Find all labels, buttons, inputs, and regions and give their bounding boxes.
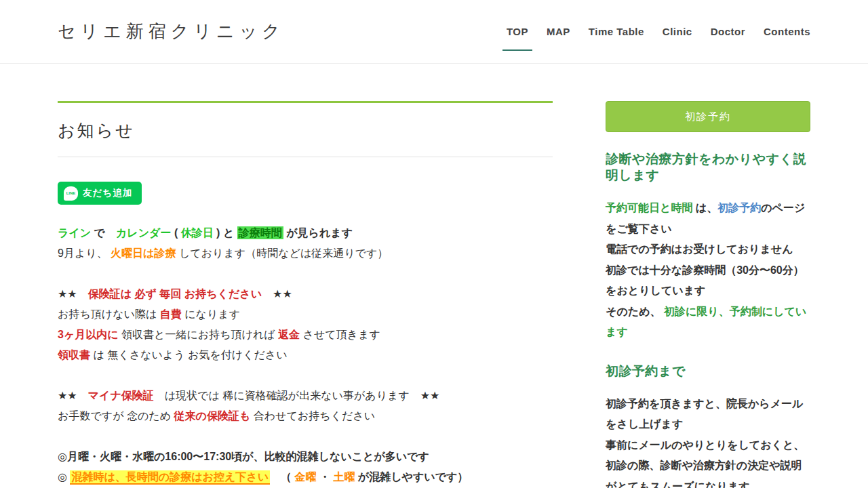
text-segment: 混雑時は、長時間の診療はお控え下さい <box>70 470 270 485</box>
text-segment: ライン <box>58 227 91 239</box>
congestion-info-line: ◎月曜・火曜・水曜の16:00〜17:30頃が、比較的混雑しないことが多いです <box>58 447 553 467</box>
text-segment: ★★ <box>58 288 88 300</box>
sidebar-booking-info: 予約可能日と時間 は、初診予約のページをご覧下さい 電話での予約はお受けしており… <box>606 198 810 343</box>
sidebar-paragraph-duration: 初診では十分な診察時間（30分〜60分）をおとりしています <box>606 260 810 302</box>
text-segment: ◎ <box>58 471 70 483</box>
text-segment: ◎月曜・火曜・水曜の16:00〜17:30頃が、比較的混雑しないことが多いです <box>58 451 429 462</box>
text-segment: ・ <box>316 471 333 483</box>
text-segment: 従来の保険証も <box>174 410 251 422</box>
sidebar-paragraph-email: 初診予約を頂きますと、院長からメールをさし上げます <box>606 394 810 435</box>
text-segment: 電話での予約はお受けしておりません <box>606 243 793 255</box>
clinic-homepage: セリエ新宿クリニック TOP MAP Time Table Clinic Doc… <box>0 0 868 488</box>
nav-item-map[interactable]: MAP <box>547 23 570 40</box>
sidebar-paragraph-smooth: 事前にメールのやりとりをしておくと、初診の際、診断や治療方針の決定や説明がとても… <box>606 435 810 488</box>
text-segment: （ <box>270 471 294 483</box>
text-segment: は 無くさないよう お気を付けください <box>90 349 288 361</box>
text-segment: 返金 <box>278 329 300 340</box>
text-segment: ) と <box>214 227 237 239</box>
text-segment: お手数ですが 念のため <box>58 410 174 422</box>
myna-notice-line-2: お手数ですが 念のため 従来の保険証も 合わせてお持ちください <box>58 406 553 426</box>
text-segment: 初診予約を頂きますと、院長からメールをさし上げます <box>606 398 803 430</box>
news-calendar-line: ライン で カレンダー ( 休診日 ) と 診療時間 が見られます <box>58 223 553 243</box>
text-segment: お持ち頂けない際は <box>58 308 160 320</box>
line-icon: LINE <box>64 186 78 201</box>
myna-insurance-block: ★★ マイナ保険証 は現状では 稀に資格確認が出来ない事があります ★★ お手数… <box>58 386 553 426</box>
text-segment: 自費 <box>160 308 182 320</box>
nav-item-clinic[interactable]: Clinic <box>663 23 692 40</box>
text-segment: が見られます <box>283 227 353 239</box>
insurance-notice-line-1: ★★ 保険証は 必ず 毎回 お持ちください ★★ <box>58 284 553 304</box>
text-segment: カレンダー <box>116 227 172 239</box>
text-segment: 土曜 <box>333 471 355 483</box>
text-segment: 初診では十分な診察時間（30分〜60分）をおとりしています <box>606 264 804 297</box>
myna-notice-line-1: ★★ マイナ保険証 は現状では 稀に資格確認が出来ない事があります ★★ <box>58 386 553 406</box>
text-segment: 保険証は 必ず 毎回 お持ちください <box>88 288 262 300</box>
page-title: お知らせ <box>58 119 553 142</box>
nav-item-time-table[interactable]: Time Table <box>589 23 644 40</box>
text-segment: 診療時間 <box>237 226 283 239</box>
sidebar: 初診予約 診断や治療方針をわかりやすく説明します 予約可能日と時間 は、初診予約… <box>606 101 810 488</box>
line-button-label: 友だち追加 <box>83 187 132 199</box>
insurance-notice-line-3: 3ヶ月以内に 領収書と一緒にお持ち頂ければ 返金 させて頂きます <box>58 325 553 345</box>
text-segment: は現状では 稀に資格確認が出来ない事があります ★★ <box>154 390 440 401</box>
text-segment: 事前にメールのやりとりをしておくと、初診の際、診断や治療方針の決定や説明がとても… <box>606 439 804 488</box>
text-segment: ( <box>171 227 180 239</box>
sidebar-paragraph-reservation-only: そのため、 初診に限り、予約制にしています <box>606 302 810 343</box>
text-segment: 9月より、 <box>58 247 111 259</box>
congestion-warning-line: ◎ 混雑時は、長時間の診療はお控え下さい （ 金曜 ・ 土曜 が混雑しやすいです… <box>58 467 553 487</box>
announcements-column: お知らせ LINE 友だち追加 ライン で カレンダー ( 休診日 ) と 診療… <box>58 101 553 488</box>
text-segment: 領収書 <box>58 349 90 361</box>
text-segment: 領収書と一緒にお持ち頂ければ <box>119 329 279 340</box>
news-block: ライン で カレンダー ( 休診日 ) と 診療時間 が見られます 9月より、 … <box>58 223 553 264</box>
nav-item-top[interactable]: TOP <box>507 23 528 40</box>
insurance-notice-line-2: お持ち頂けない際は 自費 になります <box>58 304 553 325</box>
site-header: セリエ新宿クリニック TOP MAP Time Table Clinic Doc… <box>0 0 868 64</box>
first-visit-booking-button[interactable]: 初診予約 <box>606 101 810 132</box>
text-segment: ★★ <box>58 390 88 401</box>
text-segment: 3ヶ月以内に <box>58 329 119 340</box>
line-add-friend-button[interactable]: LINE 友だち追加 <box>58 182 142 205</box>
inline-link[interactable]: 初診予約 <box>717 202 761 214</box>
sidebar-paragraph-no-phone: 電話での予約はお受けしておりません <box>606 239 810 260</box>
sidebar-booking-steps: 初診予約を頂きますと、院長からメールをさし上げます 事前にメールのやりとりをして… <box>606 394 810 488</box>
text-segment: 金曜 <box>294 471 316 483</box>
text-segment: で <box>91 227 116 239</box>
insurance-notice-block: ★★ 保険証は 必ず 毎回 お持ちください ★★ お持ち頂けない際は 自費 にな… <box>58 284 553 365</box>
sidebar-heading-booking-steps: 初診予約まで <box>606 363 810 380</box>
main-nav: TOP MAP Time Table Clinic Doctor Content… <box>507 23 810 40</box>
congestion-info-block: ◎月曜・火曜・水曜の16:00〜17:30頃が、比較的混雑しないことが多いです … <box>58 447 553 487</box>
text-segment: しております（時間などは従来通りです） <box>176 247 388 259</box>
insurance-notice-line-4: 領収書 は 無くさないよう お気を付けください <box>58 345 553 365</box>
text-segment: 火曜日は診療 <box>111 247 176 259</box>
text-segment: 合わせてお持ちください <box>250 410 375 422</box>
text-segment: 予約可能日と時間 <box>606 202 692 214</box>
news-tuesday-line: 9月より、 火曜日は診療 しております（時間などは従来通りです） <box>58 243 553 264</box>
text-segment: は、 <box>692 202 717 214</box>
text-segment: そのため、 <box>606 306 664 317</box>
announcements-article: お知らせ LINE 友だち追加 ライン で カレンダー ( 休診日 ) と 診療… <box>58 101 553 487</box>
text-segment: が混雑しやすいです） <box>355 471 468 483</box>
text-segment: させて頂きます <box>300 329 380 340</box>
sidebar-paragraph-availability: 予約可能日と時間 は、初診予約のページをご覧下さい <box>606 198 810 239</box>
text-segment: ★★ <box>262 288 292 300</box>
text-segment: になります <box>182 308 240 320</box>
nav-item-doctor[interactable]: Doctor <box>711 23 745 40</box>
site-logo[interactable]: セリエ新宿クリニック <box>58 20 285 43</box>
sidebar-heading-explain: 診断や治療方針をわかりやすく説明します <box>606 151 810 184</box>
title-divider <box>58 157 553 157</box>
text-segment: マイナ保険証 <box>88 390 154 401</box>
text-segment: 休診日 <box>181 227 214 239</box>
nav-item-contents[interactable]: Contents <box>764 23 810 40</box>
content-area: お知らせ LINE 友だち追加 ライン で カレンダー ( 休診日 ) と 診療… <box>0 64 868 488</box>
